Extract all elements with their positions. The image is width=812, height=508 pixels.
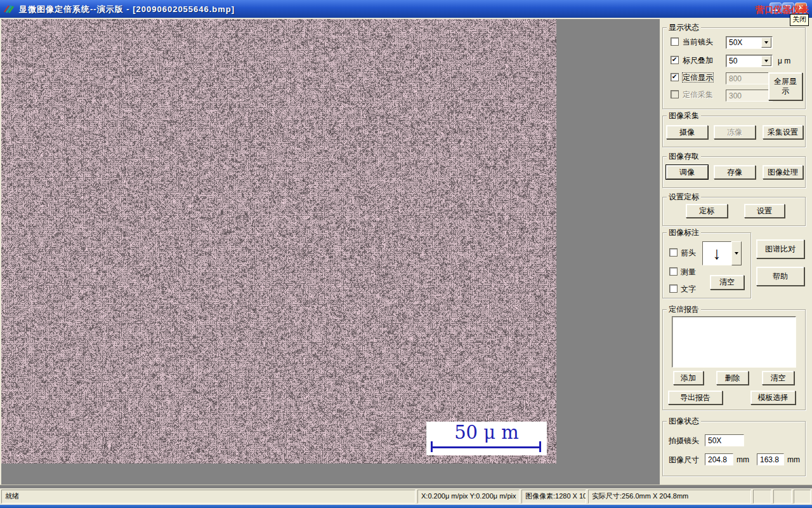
load-image-button[interactable]: 调像 xyxy=(666,165,708,179)
status-actual-size: 实际尺寸:256.0mm X 204.8mm xyxy=(588,490,751,504)
scale-bar-tick-right xyxy=(539,441,541,452)
scale-overlay-unit: μ m xyxy=(778,57,790,65)
status-empty-panel xyxy=(753,490,771,504)
help-button[interactable]: 帮助 xyxy=(756,267,804,286)
report-title: 定倍报告 xyxy=(667,305,701,314)
title-bar: 显微图像定倍系统--演示版 - [20090602055646.bmp] × 营… xyxy=(0,0,812,18)
calibration-title: 设置定标 xyxy=(667,192,701,202)
image-height-input[interactable]: 163.8 xyxy=(757,453,784,465)
current-lens-value: 50X xyxy=(729,38,742,47)
down-arrow-icon: ↓ xyxy=(712,245,721,262)
scale-bar-line xyxy=(431,446,540,448)
annotation-title: 图像标注 xyxy=(667,228,701,237)
close-tooltip: 关闭 xyxy=(790,14,809,26)
status-empty-panel xyxy=(773,490,792,504)
arrow-checkbox[interactable] xyxy=(669,248,678,257)
fullscreen-button[interactable]: 全屏显示 xyxy=(768,72,802,100)
annotation-group: 图像标注 箭头 测量 文字 ↓ 清空 xyxy=(662,232,751,298)
triangle-glyph xyxy=(735,252,738,255)
report-add-button[interactable]: 添加 xyxy=(673,371,704,385)
image-capture-group: 图像采集 摄像 冻像 采集设置 xyxy=(662,116,806,147)
fixed-display-input: 800 xyxy=(726,72,773,84)
image-width-input[interactable]: 204.8 xyxy=(705,453,733,465)
status-bar: 就绪 X:0.200μ m/pix Y:0.200μ m/pix 图像像素:12… xyxy=(0,485,812,508)
scale-bar-overlay: 50 μ m xyxy=(426,422,547,455)
report-delete-button[interactable]: 删除 xyxy=(716,371,749,385)
calibrate-button[interactable]: 定标 xyxy=(686,204,728,218)
status-ready: 就绪 xyxy=(1,490,416,504)
image-size-label: 图像尺寸 xyxy=(669,455,699,464)
status-pixel-scale: X:0.200μ m/pix Y:0.200μ m/pix xyxy=(417,490,520,504)
scale-bar-tick-left xyxy=(431,441,433,452)
image-storage-title: 图像存取 xyxy=(667,152,701,161)
image-status-group: 图像状态 拍摄镜头 50X 图像尺寸 204.8 mm 163.8 mm xyxy=(662,421,806,476)
client-area: 50 μ m 显示状态 当前镜头 50X 标尺叠加 50 μ m xyxy=(0,18,812,485)
scale-bar-label: 50 μ m xyxy=(426,422,547,443)
arrow-style-dropdown-button[interactable] xyxy=(731,241,742,265)
fixed-display-label: 定倍显示 xyxy=(683,73,713,82)
save-image-button[interactable]: 存像 xyxy=(714,165,756,179)
image-width-unit: mm xyxy=(737,455,749,464)
fixed-display-checkbox[interactable] xyxy=(671,73,679,81)
triangle-glyph xyxy=(764,60,768,62)
status-bar-divider xyxy=(0,485,812,488)
fixed-capture-label: 定倍采集 xyxy=(683,90,713,99)
triangle-glyph xyxy=(764,41,768,44)
arrow-label: 箭头 xyxy=(681,248,696,257)
annotation-clear-button[interactable]: 清空 xyxy=(710,275,744,290)
lens-label: 拍摄镜头 xyxy=(669,436,699,445)
arrow-style-select[interactable]: ↓ xyxy=(702,241,731,265)
measure-checkbox[interactable] xyxy=(669,267,678,276)
scale-overlay-checkbox[interactable] xyxy=(671,56,679,64)
image-viewport: 50 μ m xyxy=(1,19,660,485)
display-status-title: 显示状态 xyxy=(667,23,701,32)
calibration-group: 设置定标 定标 设置 xyxy=(662,197,806,226)
current-lens-select[interactable]: 50X xyxy=(726,36,773,49)
report-clear-button[interactable]: 清空 xyxy=(762,371,794,385)
micrograph-canvas[interactable]: 50 μ m xyxy=(1,19,556,464)
chevron-down-icon[interactable] xyxy=(761,56,771,66)
scale-overlay-value: 50 xyxy=(729,57,737,65)
micrograph-texture xyxy=(1,19,556,464)
app-icon xyxy=(3,3,15,15)
image-capture-title: 图像采集 xyxy=(667,111,701,121)
current-lens-checkbox[interactable] xyxy=(671,37,679,46)
atlas-compare-button[interactable]: 图谱比对 xyxy=(756,239,804,258)
report-listbox[interactable] xyxy=(672,316,796,368)
report-group: 定倍报告 添加 删除 清空 导出报告 模板选择 xyxy=(662,309,806,410)
report-export-button[interactable]: 导出报告 xyxy=(668,391,723,404)
taskbar-edge xyxy=(0,505,812,508)
text-label: 文字 xyxy=(681,284,696,293)
scale-overlay-select[interactable]: 50 xyxy=(726,55,773,67)
scale-overlay-label: 标尺叠加 xyxy=(683,56,713,65)
display-status-group: 显示状态 当前镜头 50X 标尺叠加 50 μ m 定倍显示 800 定倍采集 … xyxy=(662,27,806,109)
lens-value-input[interactable]: 50X xyxy=(705,434,744,446)
image-height-unit: mm xyxy=(787,455,800,464)
chevron-down-icon[interactable] xyxy=(761,37,771,48)
calibration-settings-button[interactable]: 设置 xyxy=(744,204,785,218)
capture-settings-button[interactable]: 采集设置 xyxy=(763,125,803,139)
status-image-pixels: 图像像素:1280 X 1024 xyxy=(521,490,586,504)
current-lens-label: 当前镜头 xyxy=(683,37,713,46)
capture-button[interactable]: 摄像 xyxy=(666,125,708,139)
measure-label: 测量 xyxy=(681,267,696,276)
image-storage-group: 图像存取 调像 存像 图像处理 xyxy=(662,156,806,188)
freeze-button: 冻像 xyxy=(714,125,756,139)
fixed-capture-input: 300 xyxy=(726,90,773,102)
fixed-capture-checkbox xyxy=(671,90,679,98)
text-checkbox[interactable] xyxy=(669,284,678,293)
image-process-button[interactable]: 图像处理 xyxy=(763,165,803,179)
status-empty-panel xyxy=(794,490,811,504)
application-window: 显微图像定倍系统--演示版 - [20090602055646.bmp] × 营… xyxy=(0,0,812,508)
window-title: 显微图像定倍系统--演示版 - [20090602055646.bmp] xyxy=(19,4,235,15)
image-status-title: 图像状态 xyxy=(667,417,701,426)
report-template-button[interactable]: 模板选择 xyxy=(750,391,796,404)
